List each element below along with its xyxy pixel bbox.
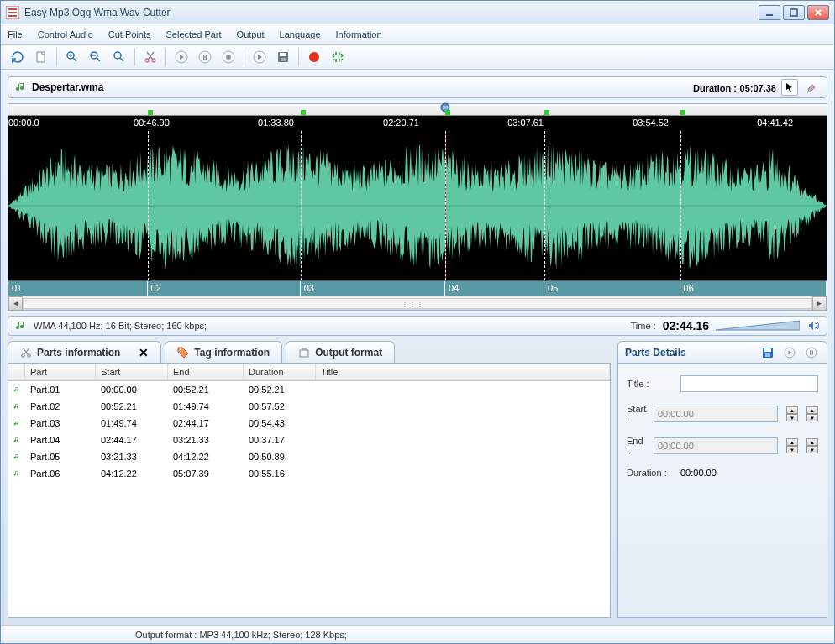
col-start[interactable]: Start: [96, 364, 168, 380]
start-down2-button[interactable]: ▼: [806, 414, 818, 421]
menu-file[interactable]: File: [8, 29, 23, 39]
cell-start: 03:21.33: [96, 450, 168, 463]
menu-bar: File Control Audio Cut Points Selected P…: [1, 24, 834, 45]
cell-duration: 00:50.89: [244, 450, 316, 463]
end-down-button[interactable]: ▼: [786, 446, 798, 453]
horizontal-scrollbar[interactable]: ◄ ⋮⋮⋮ ►: [8, 296, 827, 310]
details-play-button[interactable]: [781, 344, 798, 361]
volume-slider[interactable]: [716, 320, 800, 332]
arrows-button[interactable]: [328, 47, 348, 67]
menu-language[interactable]: Language: [280, 29, 321, 39]
eraser-tool[interactable]: [803, 79, 820, 96]
details-pause-button[interactable]: [803, 344, 820, 361]
cell-duration: 00:54.43: [244, 416, 316, 430]
cut-line[interactable]: [301, 131, 302, 280]
play-part-button[interactable]: [249, 47, 270, 67]
end-up2-button[interactable]: ▲: [806, 438, 818, 446]
time-tick: 04:41.42: [757, 118, 793, 128]
time-tick: 00:00.0: [8, 118, 39, 128]
part-segment[interactable]: 02: [148, 281, 301, 296]
detail-title-input[interactable]: [680, 375, 818, 392]
table-row[interactable]: Part.0402:44.1703:21.3300:37.17: [8, 432, 610, 448]
svg-point-27: [806, 348, 817, 358]
open-button[interactable]: [8, 47, 28, 67]
part-segment[interactable]: 05: [544, 281, 680, 296]
svg-rect-24: [764, 348, 771, 352]
time-tick: 03:07.61: [507, 118, 544, 128]
play-button[interactable]: [171, 47, 192, 67]
parts-table: Part Start End Duration Title Part.0100:…: [8, 363, 611, 618]
file-header: Despertar.wma Duration : 05:07.38: [8, 76, 827, 98]
menu-cut-points[interactable]: Cut Points: [108, 29, 151, 39]
table-row[interactable]: Part.0503:21.3304:12.2200:50.89: [8, 448, 610, 465]
table-row[interactable]: Part.0604:12.2205:07.3900:55.16: [8, 465, 610, 482]
details-save-button[interactable]: [759, 344, 776, 361]
close-button[interactable]: [807, 5, 829, 20]
cell-part: Part.01: [25, 383, 96, 396]
tab-output-format[interactable]: Output format: [286, 341, 395, 363]
cell-start: 01:49.74: [96, 416, 168, 430]
menu-control-audio[interactable]: Control Audio: [38, 29, 93, 39]
tag-icon: [177, 347, 189, 359]
col-end[interactable]: End: [168, 364, 244, 380]
svg-point-6: [145, 59, 149, 62]
scrub-bar[interactable]: [8, 104, 827, 116]
start-up2-button[interactable]: ▲: [806, 406, 818, 414]
detail-start-label: Start :: [627, 404, 647, 424]
toolbar: [1, 45, 834, 70]
end-down2-button[interactable]: ▼: [806, 446, 818, 453]
cell-title: [316, 383, 610, 396]
minimize-button[interactable]: [759, 5, 780, 20]
record-button[interactable]: [304, 47, 324, 67]
speaker-icon[interactable]: [806, 319, 820, 332]
maximize-button[interactable]: [783, 5, 805, 20]
table-row[interactable]: Part.0100:00.0000:52.2100:52.21: [8, 381, 610, 398]
scroll-right-button[interactable]: ►: [812, 296, 827, 311]
cut-line[interactable]: [148, 131, 149, 280]
start-up-button[interactable]: ▲: [786, 406, 798, 414]
output-icon: [298, 347, 310, 359]
part-segment[interactable]: 03: [301, 281, 445, 296]
end-up-button[interactable]: ▲: [786, 438, 798, 446]
parts-details-body: Title : Start : ▲▼ ▲▼ End : ▲▼ ▲▼: [617, 363, 827, 618]
waveform-display[interactable]: [8, 131, 827, 280]
part-segment[interactable]: 01: [8, 281, 148, 296]
pause-button[interactable]: [195, 47, 215, 67]
col-duration[interactable]: Duration: [244, 364, 316, 380]
cut-line[interactable]: [680, 131, 681, 280]
part-segment[interactable]: 04: [445, 281, 544, 296]
detail-end-input[interactable]: [654, 437, 778, 454]
svg-point-21: [180, 348, 181, 350]
tab-close-icon[interactable]: ✕: [139, 346, 149, 359]
zoom-out-button[interactable]: [86, 47, 106, 67]
menu-information[interactable]: Information: [336, 29, 382, 39]
tab-tag-information[interactable]: Tag information: [165, 341, 282, 363]
detail-start-input[interactable]: [654, 406, 778, 422]
zoom-in-button[interactable]: [62, 47, 82, 67]
scroll-left-button[interactable]: ◄: [8, 296, 23, 311]
menu-selected-part[interactable]: Selected Part: [166, 29, 222, 39]
table-row[interactable]: Part.0301:49.7402:44.1700:54.43: [8, 415, 610, 432]
cut-line[interactable]: [445, 131, 446, 280]
zoom-fit-button[interactable]: [109, 47, 129, 67]
cell-end: 05:07.39: [168, 467, 244, 480]
tab-parts-information[interactable]: Parts information ✕: [8, 341, 161, 363]
pointer-tool[interactable]: [781, 79, 798, 96]
tab-tag-label: Tag information: [194, 347, 270, 359]
cell-end: 00:52.21: [168, 383, 244, 396]
format-text: WMA 44,100 Hz; 16 Bit; Stereo; 160 kbps;: [34, 321, 624, 331]
menu-output[interactable]: Output: [237, 29, 265, 39]
save-button[interactable]: [273, 47, 293, 67]
window-title: Easy Mp3 Ogg Wma Wav Cutter: [24, 7, 754, 18]
table-row[interactable]: Part.0200:52.2101:49.7400:57.52: [8, 398, 610, 415]
new-button[interactable]: [31, 47, 51, 67]
cut-line[interactable]: [544, 131, 545, 280]
svg-point-5: [114, 52, 121, 59]
start-down-button[interactable]: ▼: [786, 414, 798, 421]
col-part[interactable]: Part: [25, 364, 96, 380]
cell-start: 00:52.21: [96, 400, 168, 413]
cut-button[interactable]: [140, 47, 160, 67]
col-title[interactable]: Title: [316, 364, 610, 380]
stop-button[interactable]: [218, 47, 239, 67]
part-segment[interactable]: 06: [680, 281, 827, 296]
